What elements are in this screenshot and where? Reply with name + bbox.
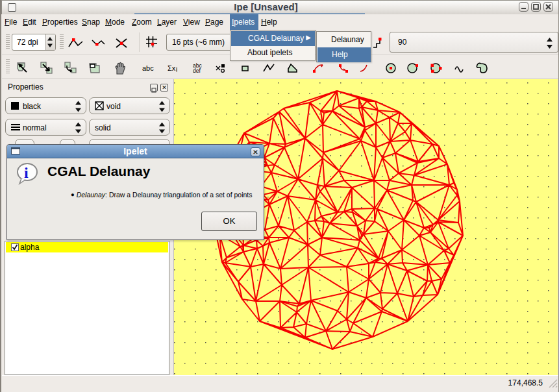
svg-text:i: i bbox=[24, 164, 29, 181]
svg-text:def: def bbox=[193, 67, 201, 74]
svg-text:Σx¡: Σx¡ bbox=[168, 64, 178, 72]
svg-text:abc: abc bbox=[142, 64, 154, 72]
